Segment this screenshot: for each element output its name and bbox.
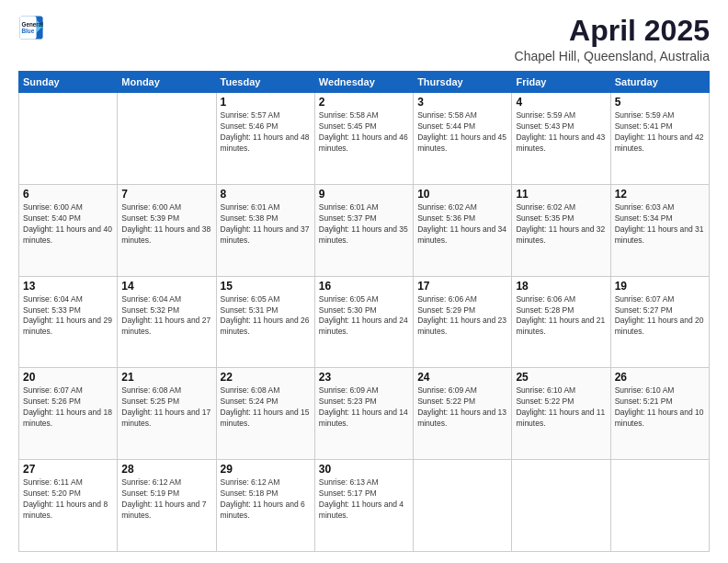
calendar-cell: 21Sunrise: 6:08 AM Sunset: 5:25 PM Dayli…	[118, 368, 216, 460]
main-title: April 2025	[515, 15, 710, 47]
day-number: 6	[23, 188, 113, 201]
calendar-cell: 10Sunrise: 6:02 AM Sunset: 5:36 PM Dayli…	[414, 184, 512, 276]
day-number: 7	[121, 188, 211, 201]
day-info: Sunrise: 6:02 AM Sunset: 5:35 PM Dayligh…	[516, 202, 606, 247]
calendar-cell	[414, 460, 512, 552]
calendar-cell: 23Sunrise: 6:09 AM Sunset: 5:23 PM Dayli…	[314, 368, 413, 460]
calendar-cell	[19, 93, 118, 185]
day-number: 30	[319, 463, 409, 476]
day-info: Sunrise: 6:09 AM Sunset: 5:22 PM Dayligh…	[417, 385, 507, 430]
day-number: 27	[23, 463, 113, 476]
calendar-cell: 13Sunrise: 6:04 AM Sunset: 5:33 PM Dayli…	[19, 276, 118, 368]
week-row-5: 27Sunrise: 6:11 AM Sunset: 5:20 PM Dayli…	[19, 460, 710, 552]
calendar-cell: 28Sunrise: 6:12 AM Sunset: 5:19 PM Dayli…	[118, 460, 216, 552]
day-info: Sunrise: 6:04 AM Sunset: 5:32 PM Dayligh…	[121, 294, 211, 339]
week-row-1: 1Sunrise: 5:57 AM Sunset: 5:46 PM Daylig…	[19, 93, 710, 185]
day-number: 2	[319, 96, 409, 109]
calendar-cell	[118, 93, 216, 185]
col-header-sunday: Sunday	[19, 72, 118, 93]
calendar-cell: 2Sunrise: 5:58 AM Sunset: 5:45 PM Daylig…	[314, 93, 413, 185]
calendar-cell: 7Sunrise: 6:00 AM Sunset: 5:39 PM Daylig…	[118, 184, 216, 276]
day-info: Sunrise: 5:58 AM Sunset: 5:45 PM Dayligh…	[319, 110, 409, 155]
calendar-cell: 15Sunrise: 6:05 AM Sunset: 5:31 PM Dayli…	[216, 276, 314, 368]
day-info: Sunrise: 6:03 AM Sunset: 5:34 PM Dayligh…	[615, 202, 705, 247]
calendar-cell: 17Sunrise: 6:06 AM Sunset: 5:29 PM Dayli…	[414, 276, 512, 368]
day-info: Sunrise: 6:02 AM Sunset: 5:36 PM Dayligh…	[417, 202, 507, 247]
day-info: Sunrise: 6:10 AM Sunset: 5:21 PM Dayligh…	[615, 385, 705, 430]
day-number: 16	[319, 280, 409, 293]
col-header-tuesday: Tuesday	[216, 72, 314, 93]
header-row: SundayMondayTuesdayWednesdayThursdayFrid…	[19, 72, 710, 93]
day-info: Sunrise: 6:05 AM Sunset: 5:31 PM Dayligh…	[221, 294, 311, 339]
calendar-cell: 25Sunrise: 6:10 AM Sunset: 5:22 PM Dayli…	[512, 368, 610, 460]
day-info: Sunrise: 6:11 AM Sunset: 5:20 PM Dayligh…	[23, 477, 113, 522]
day-number: 13	[23, 280, 113, 293]
calendar-cell: 16Sunrise: 6:05 AM Sunset: 5:30 PM Dayli…	[314, 276, 413, 368]
day-info: Sunrise: 6:05 AM Sunset: 5:30 PM Dayligh…	[319, 294, 409, 339]
day-number: 12	[615, 188, 705, 201]
day-number: 18	[516, 280, 606, 293]
day-number: 23	[319, 371, 409, 384]
day-info: Sunrise: 6:06 AM Sunset: 5:28 PM Dayligh…	[516, 294, 606, 339]
day-number: 15	[221, 280, 311, 293]
calendar-cell: 8Sunrise: 6:01 AM Sunset: 5:38 PM Daylig…	[216, 184, 314, 276]
day-info: Sunrise: 5:58 AM Sunset: 5:44 PM Dayligh…	[417, 110, 507, 155]
svg-text:Blue: Blue	[22, 28, 35, 34]
calendar-cell: 20Sunrise: 6:07 AM Sunset: 5:26 PM Dayli…	[19, 368, 118, 460]
day-info: Sunrise: 5:59 AM Sunset: 5:43 PM Dayligh…	[516, 110, 606, 155]
page: General Blue April 2025 Chapel Hill, Que…	[0, 0, 728, 563]
day-number: 4	[516, 96, 606, 109]
day-number: 29	[221, 463, 311, 476]
day-info: Sunrise: 6:07 AM Sunset: 5:26 PM Dayligh…	[23, 385, 113, 430]
title-block: April 2025 Chapel Hill, Queensland, Aust…	[515, 15, 710, 63]
col-header-wednesday: Wednesday	[314, 72, 413, 93]
calendar-cell: 30Sunrise: 6:13 AM Sunset: 5:17 PM Dayli…	[314, 460, 413, 552]
day-info: Sunrise: 6:07 AM Sunset: 5:27 PM Dayligh…	[615, 294, 705, 339]
subtitle: Chapel Hill, Queensland, Australia	[515, 49, 710, 63]
week-row-2: 6Sunrise: 6:00 AM Sunset: 5:40 PM Daylig…	[19, 184, 710, 276]
day-info: Sunrise: 6:12 AM Sunset: 5:18 PM Dayligh…	[221, 477, 311, 522]
day-info: Sunrise: 6:01 AM Sunset: 5:37 PM Dayligh…	[319, 202, 409, 247]
day-number: 17	[417, 280, 507, 293]
calendar-cell: 19Sunrise: 6:07 AM Sunset: 5:27 PM Dayli…	[610, 276, 709, 368]
calendar-cell: 14Sunrise: 6:04 AM Sunset: 5:32 PM Dayli…	[118, 276, 216, 368]
calendar-cell: 27Sunrise: 6:11 AM Sunset: 5:20 PM Dayli…	[19, 460, 118, 552]
day-number: 24	[417, 371, 507, 384]
calendar-cell: 24Sunrise: 6:09 AM Sunset: 5:22 PM Dayli…	[414, 368, 512, 460]
day-number: 20	[23, 371, 113, 384]
day-number: 26	[615, 371, 705, 384]
calendar-cell: 18Sunrise: 6:06 AM Sunset: 5:28 PM Dayli…	[512, 276, 610, 368]
calendar-cell: 4Sunrise: 5:59 AM Sunset: 5:43 PM Daylig…	[512, 93, 610, 185]
day-number: 3	[417, 96, 507, 109]
col-header-thursday: Thursday	[414, 72, 512, 93]
calendar-cell: 29Sunrise: 6:12 AM Sunset: 5:18 PM Dayli…	[216, 460, 314, 552]
calendar-cell	[610, 460, 709, 552]
day-number: 1	[221, 96, 311, 109]
day-number: 8	[221, 188, 311, 201]
svg-text:General: General	[22, 21, 44, 28]
calendar-cell: 3Sunrise: 5:58 AM Sunset: 5:44 PM Daylig…	[414, 93, 512, 185]
calendar-cell: 12Sunrise: 6:03 AM Sunset: 5:34 PM Dayli…	[610, 184, 709, 276]
calendar-cell: 26Sunrise: 6:10 AM Sunset: 5:21 PM Dayli…	[610, 368, 709, 460]
header: General Blue April 2025 Chapel Hill, Que…	[18, 15, 710, 63]
day-info: Sunrise: 6:13 AM Sunset: 5:17 PM Dayligh…	[319, 477, 409, 522]
col-header-saturday: Saturday	[610, 72, 709, 93]
day-number: 10	[417, 188, 507, 201]
day-number: 25	[516, 371, 606, 384]
day-number: 11	[516, 188, 606, 201]
day-info: Sunrise: 6:08 AM Sunset: 5:25 PM Dayligh…	[121, 385, 211, 430]
calendar-cell: 5Sunrise: 5:59 AM Sunset: 5:41 PM Daylig…	[610, 93, 709, 185]
day-number: 28	[121, 463, 211, 476]
calendar-cell: 6Sunrise: 6:00 AM Sunset: 5:40 PM Daylig…	[19, 184, 118, 276]
calendar-cell: 1Sunrise: 5:57 AM Sunset: 5:46 PM Daylig…	[216, 93, 314, 185]
calendar-cell: 9Sunrise: 6:01 AM Sunset: 5:37 PM Daylig…	[314, 184, 413, 276]
calendar-cell: 22Sunrise: 6:08 AM Sunset: 5:24 PM Dayli…	[216, 368, 314, 460]
day-info: Sunrise: 5:59 AM Sunset: 5:41 PM Dayligh…	[615, 110, 705, 155]
day-info: Sunrise: 6:00 AM Sunset: 5:40 PM Dayligh…	[23, 202, 113, 247]
day-info: Sunrise: 6:04 AM Sunset: 5:33 PM Dayligh…	[23, 294, 113, 339]
day-number: 5	[615, 96, 705, 109]
logo-icon: General Blue	[18, 15, 44, 40]
day-info: Sunrise: 6:09 AM Sunset: 5:23 PM Dayligh…	[319, 385, 409, 430]
day-info: Sunrise: 6:06 AM Sunset: 5:29 PM Dayligh…	[417, 294, 507, 339]
calendar: SundayMondayTuesdayWednesdayThursdayFrid…	[18, 71, 710, 552]
